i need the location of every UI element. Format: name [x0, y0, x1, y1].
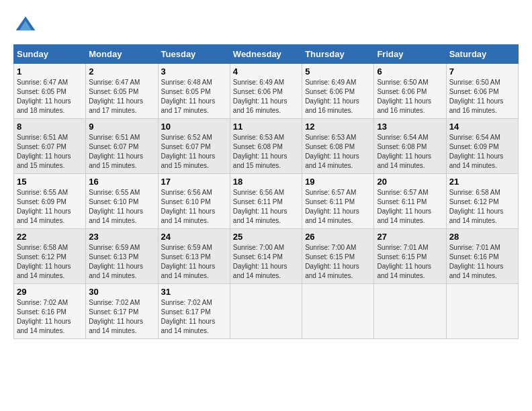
day-detail: Sunrise: 6:59 AMSunset: 6:13 PMDaylight:… [161, 244, 216, 279]
day-number: 15 [17, 177, 83, 187]
day-number: 20 [377, 177, 443, 187]
calendar-cell: 19Sunrise: 6:57 AMSunset: 6:11 PMDayligh… [302, 174, 374, 229]
day-detail: Sunrise: 6:50 AMSunset: 6:06 PMDaylight:… [377, 79, 431, 114]
day-number: 11 [233, 122, 299, 132]
calendar-cell: 2Sunrise: 6:47 AMSunset: 6:05 PMDaylight… [86, 64, 158, 119]
day-detail: Sunrise: 6:48 AMSunset: 6:05 PMDaylight:… [161, 79, 216, 114]
column-header-tuesday: Tuesday [158, 45, 230, 64]
calendar-cell [446, 284, 518, 339]
calendar-cell: 14Sunrise: 6:54 AMSunset: 6:09 PMDayligh… [446, 119, 518, 174]
day-detail: Sunrise: 6:50 AMSunset: 6:06 PMDaylight:… [449, 79, 504, 114]
calendar-cell: 5Sunrise: 6:49 AMSunset: 6:06 PMDaylight… [302, 64, 374, 119]
calendar-cell: 15Sunrise: 6:55 AMSunset: 6:09 PMDayligh… [14, 174, 86, 229]
day-detail: Sunrise: 6:49 AMSunset: 6:06 PMDaylight:… [305, 79, 359, 114]
day-detail: Sunrise: 6:53 AMSunset: 6:08 PMDaylight:… [305, 134, 359, 169]
calendar-cell: 9Sunrise: 6:51 AMSunset: 6:07 PMDaylight… [86, 119, 158, 174]
calendar-table: SundayMondayTuesdayWednesdayThursdayFrid… [13, 44, 519, 339]
day-number: 26 [305, 232, 371, 242]
calendar-week-row: 22Sunrise: 6:58 AMSunset: 6:12 PMDayligh… [14, 229, 519, 284]
day-detail: Sunrise: 7:02 AMSunset: 6:16 PMDaylight:… [17, 299, 71, 334]
day-detail: Sunrise: 6:47 AMSunset: 6:05 PMDaylight:… [89, 79, 143, 114]
day-number: 7 [449, 66, 515, 77]
day-number: 25 [233, 232, 299, 242]
calendar-week-row: 15Sunrise: 6:55 AMSunset: 6:09 PMDayligh… [14, 174, 519, 229]
column-header-wednesday: Wednesday [230, 45, 302, 64]
day-number: 17 [161, 177, 227, 187]
day-detail: Sunrise: 7:02 AMSunset: 6:17 PMDaylight:… [161, 299, 216, 334]
day-number: 28 [449, 232, 515, 242]
day-detail: Sunrise: 6:56 AMSunset: 6:10 PMDaylight:… [161, 189, 216, 224]
day-number: 2 [89, 66, 154, 77]
calendar-cell: 23Sunrise: 6:59 AMSunset: 6:13 PMDayligh… [86, 229, 158, 284]
day-number: 14 [449, 122, 515, 132]
day-number: 13 [377, 122, 443, 132]
day-number: 24 [161, 232, 227, 242]
day-number: 12 [305, 122, 371, 132]
calendar-cell [302, 284, 374, 339]
day-detail: Sunrise: 6:57 AMSunset: 6:11 PMDaylight:… [305, 189, 359, 224]
day-number: 8 [17, 122, 83, 132]
day-number: 29 [17, 287, 83, 297]
calendar-cell: 16Sunrise: 6:55 AMSunset: 6:10 PMDayligh… [86, 174, 158, 229]
column-header-sunday: Sunday [14, 45, 86, 64]
calendar-cell: 29Sunrise: 7:02 AMSunset: 6:16 PMDayligh… [14, 284, 86, 339]
calendar-header-row: SundayMondayTuesdayWednesdayThursdayFrid… [14, 45, 519, 64]
day-detail: Sunrise: 6:57 AMSunset: 6:11 PMDaylight:… [377, 189, 431, 224]
column-header-saturday: Saturday [446, 45, 518, 64]
day-number: 30 [89, 287, 154, 297]
day-number: 5 [305, 66, 371, 77]
day-detail: Sunrise: 6:51 AMSunset: 6:07 PMDaylight:… [89, 134, 143, 169]
day-detail: Sunrise: 6:52 AMSunset: 6:07 PMDaylight:… [161, 134, 216, 169]
calendar-cell: 24Sunrise: 6:59 AMSunset: 6:13 PMDayligh… [158, 229, 230, 284]
day-detail: Sunrise: 6:51 AMSunset: 6:07 PMDaylight:… [17, 134, 71, 169]
column-header-thursday: Thursday [302, 45, 374, 64]
calendar-cell: 27Sunrise: 7:01 AMSunset: 6:15 PMDayligh… [374, 229, 446, 284]
calendar-cell: 31Sunrise: 7:02 AMSunset: 6:17 PMDayligh… [158, 284, 230, 339]
day-detail: Sunrise: 7:00 AMSunset: 6:15 PMDaylight:… [305, 244, 359, 279]
calendar-week-row: 29Sunrise: 7:02 AMSunset: 6:16 PMDayligh… [14, 284, 519, 339]
calendar-cell: 26Sunrise: 7:00 AMSunset: 6:15 PMDayligh… [302, 229, 374, 284]
day-detail: Sunrise: 7:00 AMSunset: 6:14 PMDaylight:… [233, 244, 287, 279]
day-detail: Sunrise: 7:02 AMSunset: 6:17 PMDaylight:… [89, 299, 143, 334]
day-number: 9 [89, 122, 154, 132]
day-number: 22 [17, 232, 83, 242]
calendar-cell: 3Sunrise: 6:48 AMSunset: 6:05 PMDaylight… [158, 64, 230, 119]
calendar-cell: 7Sunrise: 6:50 AMSunset: 6:06 PMDaylight… [446, 64, 518, 119]
logo-icon [13, 13, 38, 38]
day-detail: Sunrise: 6:55 AMSunset: 6:10 PMDaylight:… [89, 189, 143, 224]
day-detail: Sunrise: 6:59 AMSunset: 6:13 PMDaylight:… [89, 244, 143, 279]
calendar-cell [374, 284, 446, 339]
day-detail: Sunrise: 7:01 AMSunset: 6:15 PMDaylight:… [377, 244, 431, 279]
day-detail: Sunrise: 6:47 AMSunset: 6:05 PMDaylight:… [17, 79, 71, 114]
calendar-cell: 6Sunrise: 6:50 AMSunset: 6:06 PMDaylight… [374, 64, 446, 119]
day-detail: Sunrise: 6:55 AMSunset: 6:09 PMDaylight:… [17, 189, 71, 224]
day-number: 23 [89, 232, 154, 242]
day-number: 3 [161, 66, 227, 77]
calendar-cell: 13Sunrise: 6:54 AMSunset: 6:08 PMDayligh… [374, 119, 446, 174]
day-detail: Sunrise: 6:49 AMSunset: 6:06 PMDaylight:… [233, 79, 287, 114]
calendar-cell: 25Sunrise: 7:00 AMSunset: 6:14 PMDayligh… [230, 229, 302, 284]
day-detail: Sunrise: 6:54 AMSunset: 6:08 PMDaylight:… [377, 134, 431, 169]
day-number: 1 [17, 66, 83, 77]
day-number: 4 [233, 66, 299, 77]
day-number: 18 [233, 177, 299, 187]
column-header-monday: Monday [86, 45, 158, 64]
day-number: 6 [377, 66, 443, 77]
calendar-cell: 10Sunrise: 6:52 AMSunset: 6:07 PMDayligh… [158, 119, 230, 174]
calendar-cell [230, 284, 302, 339]
day-detail: Sunrise: 6:58 AMSunset: 6:12 PMDaylight:… [17, 244, 71, 279]
calendar-cell: 21Sunrise: 6:58 AMSunset: 6:12 PMDayligh… [446, 174, 518, 229]
day-number: 16 [89, 177, 154, 187]
header [13, 13, 519, 38]
day-detail: Sunrise: 6:54 AMSunset: 6:09 PMDaylight:… [449, 134, 504, 169]
calendar-cell: 4Sunrise: 6:49 AMSunset: 6:06 PMDaylight… [230, 64, 302, 119]
logo [13, 13, 40, 38]
calendar-cell: 20Sunrise: 6:57 AMSunset: 6:11 PMDayligh… [374, 174, 446, 229]
day-number: 31 [161, 287, 227, 297]
day-number: 21 [449, 177, 515, 187]
calendar-cell: 22Sunrise: 6:58 AMSunset: 6:12 PMDayligh… [14, 229, 86, 284]
calendar-cell: 17Sunrise: 6:56 AMSunset: 6:10 PMDayligh… [158, 174, 230, 229]
day-detail: Sunrise: 6:53 AMSunset: 6:08 PMDaylight:… [233, 134, 287, 169]
calendar-cell: 11Sunrise: 6:53 AMSunset: 6:08 PMDayligh… [230, 119, 302, 174]
day-number: 27 [377, 232, 443, 242]
